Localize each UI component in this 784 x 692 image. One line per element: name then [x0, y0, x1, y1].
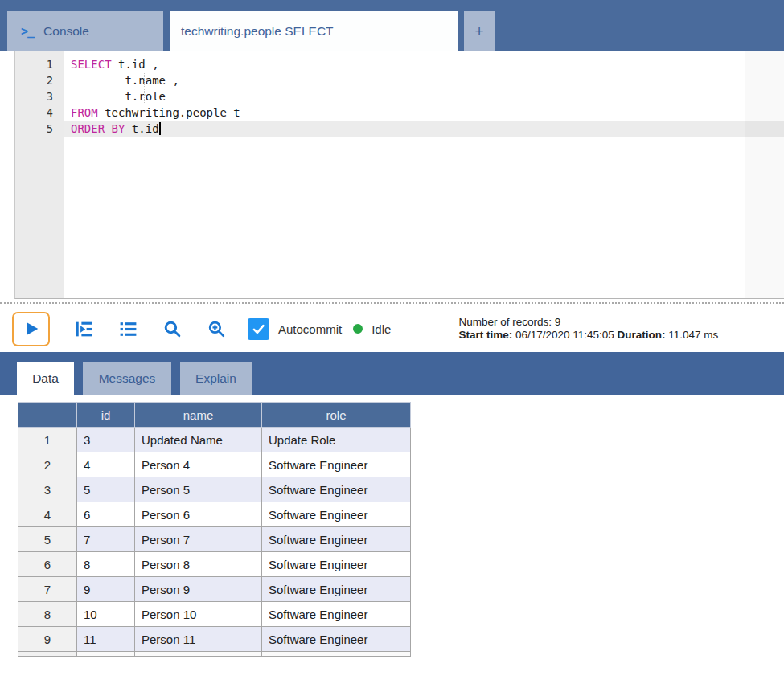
line-number: 1 — [15, 56, 64, 72]
editor-gutter: 1 2 3 4 5 — [15, 51, 64, 298]
cell-role[interactable]: Software Engineer — [262, 552, 411, 577]
cell-id[interactable]: 6 — [77, 502, 135, 527]
tab-messages[interactable]: Messages — [83, 362, 171, 395]
results-tbody: 13Updated NameUpdate Role24Person 4Softw… — [18, 428, 411, 657]
cell-role[interactable]: Software Engineer — [262, 502, 411, 527]
run-query-button[interactable] — [12, 312, 50, 346]
header-role[interactable]: role — [262, 403, 411, 428]
cell-name[interactable]: Person 10 — [135, 602, 262, 627]
cell-role[interactable]: Software Engineer — [262, 627, 411, 652]
table-row: 68Person 8Software Engineer — [18, 552, 411, 577]
cell-name[interactable]: Person 9 — [135, 577, 262, 602]
cell-role[interactable]: Software Engineer — [262, 602, 411, 627]
text-cursor — [159, 122, 161, 135]
table-row: 35Person 5Software Engineer — [18, 477, 411, 502]
cell-rownum[interactable]: 3 — [18, 477, 77, 502]
sql-keyword: ORDER BY — [71, 122, 125, 135]
autocommit-checkbox[interactable] — [248, 318, 269, 340]
plus-icon: + — [474, 23, 483, 40]
duration-label: Duration: — [618, 329, 666, 341]
cell-rownum[interactable]: 1 — [18, 428, 77, 452]
cell-rownum[interactable]: 6 — [18, 552, 77, 577]
tab-explain-label: Explain — [195, 371, 236, 386]
cell-rownum[interactable]: 8 — [18, 602, 77, 627]
tab-console-label: Console — [43, 24, 89, 39]
cell-id[interactable]: 8 — [77, 552, 135, 577]
cell-name[interactable]: Person 5 — [135, 477, 262, 502]
table-row: 13Updated NameUpdate Role — [18, 428, 411, 452]
query-toolbar: Autocommit Idle Number of records: 9 Sta… — [0, 307, 784, 350]
cell-rownum[interactable]: 7 — [18, 577, 77, 602]
cell-name[interactable]: Person 4 — [135, 452, 262, 477]
table-row-partial — [18, 652, 411, 657]
cell-role[interactable]: Update Role — [262, 428, 411, 452]
cell-id[interactable]: 4 — [77, 452, 135, 477]
header-id[interactable]: id — [77, 403, 135, 428]
tab-data[interactable]: Data — [17, 362, 74, 395]
table-row: 79Person 9Software Engineer — [18, 577, 411, 602]
new-tab-button[interactable]: + — [464, 11, 495, 51]
cell-name[interactable]: Person 8 — [135, 552, 262, 577]
sql-text: t.id — [125, 122, 158, 135]
cell-id[interactable]: 9 — [77, 577, 135, 602]
sql-text: t.id , — [112, 58, 159, 71]
cell-id[interactable]: 7 — [77, 527, 135, 552]
command-history-icon[interactable] — [118, 319, 138, 339]
start-time-value: 06/17/2020 11:45:05 — [512, 329, 617, 341]
code-line[interactable]: SELECT t.id , — [64, 56, 784, 72]
header-row: id name role — [18, 403, 411, 428]
sql-keyword: SELECT — [71, 58, 112, 71]
indent-guide — [144, 73, 145, 104]
idle-status-icon — [353, 324, 363, 334]
cell-role[interactable]: Software Engineer — [262, 527, 411, 552]
sql-keyword: FROM — [71, 106, 98, 119]
cell-role[interactable]: Software Engineer — [262, 577, 411, 602]
console-prompt-icon: >_ — [21, 24, 34, 39]
idle-label: Idle — [371, 322, 391, 336]
table-row: 24Person 4Software Engineer — [18, 452, 411, 477]
cell-rownum[interactable]: 4 — [18, 502, 77, 527]
table-row: 911Person 11Software Engineer — [18, 627, 411, 652]
pane-splitter[interactable] — [0, 299, 784, 307]
cell-id[interactable]: 3 — [77, 428, 135, 452]
tab-explain[interactable]: Explain — [180, 362, 252, 395]
line-number: 2 — [15, 72, 64, 88]
cell-name[interactable]: Updated Name — [135, 428, 262, 452]
cell-rownum[interactable]: 9 — [18, 627, 77, 652]
table-row: 810Person 10Software Engineer — [18, 602, 411, 627]
start-time-label: Start time: — [458, 329, 512, 341]
line-number: 5 — [15, 121, 64, 137]
cell-id[interactable]: 10 — [77, 602, 135, 627]
table-row: 57Person 7Software Engineer — [18, 527, 411, 552]
header-rownum[interactable] — [18, 403, 77, 428]
zoom-in-explain-icon[interactable] — [207, 319, 227, 339]
sql-text: t.role — [71, 90, 166, 103]
cell-role[interactable]: Software Engineer — [262, 477, 411, 502]
code-line[interactable]: ORDER BY t.id — [64, 121, 784, 137]
cell-rownum[interactable]: 2 — [18, 452, 77, 477]
cell-name[interactable]: Person 6 — [135, 502, 262, 527]
duration-value: 11.047 ms — [666, 329, 719, 341]
cell-role[interactable]: Software Engineer — [262, 452, 411, 477]
tab-console[interactable]: >_ Console — [7, 11, 163, 51]
header-name[interactable]: name — [135, 403, 262, 428]
code-area[interactable]: SELECT t.id , t.name , t.role FROM techw… — [64, 51, 784, 298]
cell-rownum[interactable]: 5 — [18, 527, 77, 552]
line-number: 3 — [15, 88, 64, 104]
table-row: 46Person 6Software Engineer — [18, 502, 411, 527]
cell-name[interactable]: Person 11 — [135, 627, 262, 652]
sql-editor[interactable]: 1 2 3 4 5 SELECT t.id , t.name , t.role … — [14, 51, 784, 299]
play-icon — [23, 320, 40, 338]
code-line[interactable]: FROM techwriting.people t — [64, 104, 784, 121]
sql-text: techwriting.people t — [98, 106, 240, 119]
indent-sql-icon[interactable] — [74, 319, 94, 339]
cell-name[interactable]: Person 7 — [135, 527, 262, 552]
cell-id[interactable]: 11 — [77, 627, 135, 652]
code-line[interactable]: t.name , — [64, 72, 784, 88]
search-icon[interactable] — [162, 319, 183, 339]
cell-empty — [18, 652, 77, 657]
cell-empty — [262, 652, 411, 657]
cell-id[interactable]: 5 — [77, 477, 135, 502]
tab-sql-editor-active[interactable]: techwriting.people SELECT — [170, 11, 458, 51]
code-line[interactable]: t.role — [64, 88, 784, 104]
